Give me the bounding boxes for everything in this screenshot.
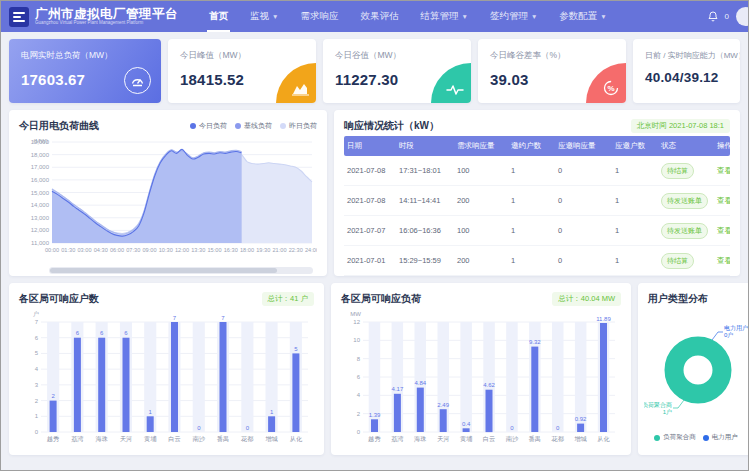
bar-白云 (171, 322, 178, 432)
svg-text:户: 户 (33, 310, 39, 317)
svg-text:22:30: 22:30 (289, 247, 303, 253)
svg-text:1户: 1户 (663, 408, 672, 415)
column-header: 应邀户数 (612, 136, 658, 156)
svg-text:1: 1 (35, 413, 39, 419)
bell-icon[interactable] (708, 11, 718, 22)
chevron-down-icon: ▼ (461, 13, 467, 20)
svg-text:越秀: 越秀 (47, 435, 59, 443)
svg-text:19,000: 19,000 (31, 139, 50, 145)
nav-item-0[interactable]: 首页 (198, 1, 239, 32)
svg-text:4: 4 (357, 392, 361, 398)
svg-text:03:00: 03:00 (78, 247, 92, 253)
svg-text:17,000: 17,000 (31, 164, 50, 170)
nav-item-6[interactable]: 参数配置▼ (548, 1, 617, 32)
svg-text:0: 0 (35, 429, 39, 435)
table-row: 2021-07-0817:31~18:01100101待结算查看 (344, 156, 730, 186)
kpi-label: 今日谷值（MW） (335, 50, 459, 62)
column-header: 应邀响应量 (555, 136, 612, 156)
legend-item-1[interactable]: 基线负荷 (235, 121, 272, 131)
user-type-panel: 用户类型分布 电力用户0户负荷聚合商1户 负荷聚合商电力用户 (638, 283, 749, 455)
scrollbar-thumb[interactable] (50, 268, 277, 273)
svg-text:18:00: 18:00 (240, 247, 254, 253)
svg-text:2.49: 2.49 (437, 402, 449, 408)
view-link[interactable]: 查看 (717, 256, 730, 265)
bar-天河 (123, 338, 130, 432)
svg-text:19:30: 19:30 (256, 247, 270, 253)
load-curve-chart: (MW)11,00012,00013,00014,00015,00016,000… (19, 136, 317, 261)
chevron-down-icon: ▼ (531, 13, 537, 20)
svg-text:4: 4 (35, 366, 39, 372)
svg-text:1.39: 1.39 (369, 412, 381, 418)
peak-chart-icon (276, 63, 316, 103)
households-panel: 各区局可响应户数 总计：41 户 户012345672越秀6荔湾6海珠6天河1黄… (9, 283, 324, 455)
donut-legend: 负荷聚合商电力用户 (644, 433, 748, 442)
svg-text:荔湾: 荔湾 (71, 435, 83, 443)
svg-text:天河: 天河 (120, 435, 132, 443)
nav-item-3[interactable]: 效果评估 (349, 1, 409, 32)
nav-item-5[interactable]: 签约管理▼ (479, 1, 548, 32)
legend-dot (280, 123, 286, 129)
topbar-right: 0 (708, 7, 748, 26)
table-row: 2021-07-0814:11~14:41200101待发送账单查看 (344, 186, 730, 216)
svg-text:从化: 从化 (597, 435, 610, 443)
panel-title: 用户类型分布 (644, 292, 748, 306)
svg-text:0: 0 (357, 429, 361, 435)
panel-title: 响应情况统计（kW） (344, 119, 439, 133)
svg-text:12:00: 12:00 (175, 247, 189, 253)
nav-item-2[interactable]: 需求响应 (289, 1, 349, 32)
main-nav: 首页监视▼需求响应效果评估结算管理▼签约管理▼参数配置▼ (198, 1, 708, 32)
bar-从化 (292, 353, 299, 432)
svg-text:15,000: 15,000 (31, 190, 50, 196)
legend-item-2[interactable]: 昨日负荷 (280, 121, 317, 131)
svg-text:0.4: 0.4 (462, 421, 471, 427)
svg-text:01:30: 01:30 (61, 247, 75, 253)
app-title: 广州市虚拟电厂管理平台 (35, 8, 178, 21)
column-header: 日期 (344, 136, 396, 156)
svg-text:MW: MW (350, 311, 361, 317)
svg-text:黄埔: 黄埔 (460, 435, 473, 442)
status-badge: 待发送账单 (661, 193, 708, 209)
svg-text:4.62: 4.62 (483, 382, 495, 388)
chart-scrollbar[interactable] (49, 267, 313, 274)
svg-text:番禺: 番禺 (529, 435, 541, 443)
svg-text:12,000: 12,000 (31, 227, 50, 233)
load-chart-legend: 今日负荷基线负荷昨日负荷 (190, 121, 317, 131)
svg-text:0.92: 0.92 (575, 416, 587, 422)
table-row: 2021-07-0115:29~15:59200101待结算查看 (344, 246, 730, 276)
notification-count: 0 (725, 12, 729, 21)
view-link[interactable]: 查看 (717, 226, 730, 235)
legend-item-0[interactable]: 今日负荷 (190, 121, 227, 131)
panel-title: 各区局可响应户数 (19, 292, 99, 306)
user-type-donut-chart: 电力用户0户负荷聚合商1户 (644, 306, 748, 432)
bar-天河 (440, 409, 447, 432)
svg-text:番禺: 番禺 (217, 435, 229, 443)
svg-text:7: 7 (173, 315, 177, 321)
bar-增城 (268, 416, 275, 432)
svg-text:24:00: 24:00 (305, 247, 317, 253)
table-header-row: 日期时段需求响应量邀约户数应邀响应量应邀户数状态操作 (344, 136, 730, 156)
nav-item-1[interactable]: 监视▼ (239, 1, 289, 32)
nav-item-4[interactable]: 结算管理▼ (409, 1, 478, 32)
user-avatar[interactable] (736, 7, 748, 26)
svg-text:花都: 花都 (552, 435, 564, 443)
response-table: 日期时段需求响应量邀约户数应邀响应量应邀户数状态操作2021-07-0817:3… (344, 136, 730, 276)
bar-黄埔 (463, 428, 470, 432)
svg-text:白云: 白云 (483, 435, 495, 443)
beijing-time-badge: 北京时间 2021-07-08 18:1 (631, 119, 730, 133)
brand: 广州市虚拟电厂管理平台 Guangzhou Virtual Power Plan… (9, 7, 178, 27)
response-stats-panel: 响应情况统计（kW） 北京时间 2021-07-08 18:1 日期时段需求响应… (334, 110, 740, 276)
svg-text:3: 3 (35, 382, 39, 388)
capacity-bar-chart: MW0246810121.39越秀4.17荔湾4.84海珠2.49天河0.4黄埔… (341, 309, 621, 447)
panel-title: 各区局可响应负荷 (341, 292, 421, 306)
svg-text:2: 2 (357, 411, 361, 417)
legend-dot (654, 435, 660, 441)
svg-text:南沙: 南沙 (193, 435, 206, 443)
donut-legend-item-0[interactable]: 负荷聚合商 (654, 433, 696, 442)
svg-text:10:30: 10:30 (159, 247, 173, 253)
view-link[interactable]: 查看 (717, 166, 730, 175)
view-link[interactable]: 查看 (717, 196, 730, 205)
donut-legend-item-1[interactable]: 电力用户 (703, 433, 738, 442)
bar-越秀 (371, 419, 378, 432)
svg-text:电力用户: 电力用户 (724, 324, 748, 332)
load-curve-panel: 今日用电负荷曲线 今日负荷基线负荷昨日负荷 (MW)11,00012,00013… (9, 110, 327, 276)
